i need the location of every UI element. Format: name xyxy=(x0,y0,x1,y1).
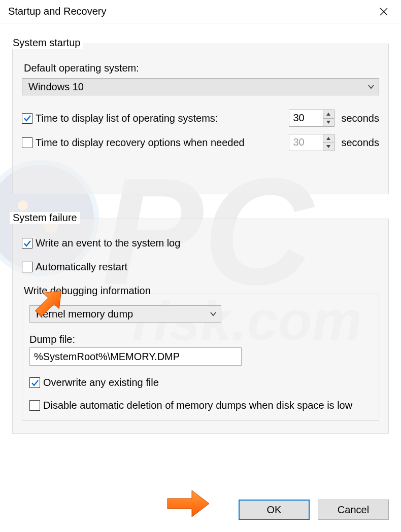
seconds-label: seconds xyxy=(342,113,380,124)
triangle-down-icon xyxy=(326,121,330,124)
overwrite-checkbox[interactable] xyxy=(29,377,40,388)
time-os-label: Time to display list of operating system… xyxy=(36,113,285,124)
overwrite-label: Overwrite any existing file xyxy=(43,377,159,388)
time-os-value[interactable]: 30 xyxy=(289,110,323,126)
system-startup-legend: System startup xyxy=(10,37,83,49)
dump-type-value: Kernel memory dump xyxy=(36,308,133,320)
seconds-label: seconds xyxy=(342,137,380,149)
auto-restart-label: Automatically restart xyxy=(36,261,127,273)
dump-file-input[interactable] xyxy=(29,347,242,366)
default-os-label: Default operating system: xyxy=(24,62,379,74)
check-icon xyxy=(23,239,31,247)
system-startup-group: System startup Default operating system:… xyxy=(12,44,389,194)
triangle-up-icon xyxy=(326,113,330,116)
chevron-down-icon xyxy=(210,308,217,320)
dump-type-select[interactable]: Kernel memory dump xyxy=(29,305,221,323)
svg-marker-10 xyxy=(326,121,330,124)
annotation-arrow-icon xyxy=(165,487,211,520)
write-event-checkbox[interactable] xyxy=(22,238,32,249)
default-os-value: Windows 10 xyxy=(28,81,84,93)
titlebar: Startup and Recovery xyxy=(0,0,401,23)
svg-marker-11 xyxy=(326,137,330,140)
spinner-up-button[interactable] xyxy=(323,110,334,119)
chevron-down-icon xyxy=(367,81,375,93)
triangle-up-icon xyxy=(326,137,330,140)
spinner-up-button[interactable] xyxy=(323,134,334,143)
dump-file-label: Dump file: xyxy=(29,334,372,345)
disable-auto-delete-label: Disable automatic deletion of memory dum… xyxy=(43,400,352,411)
close-icon xyxy=(380,8,388,16)
default-os-select[interactable]: Windows 10 xyxy=(22,78,379,95)
system-failure-group: System failure Write an event to the sys… xyxy=(12,219,389,434)
time-os-checkbox[interactable] xyxy=(22,113,32,124)
time-recovery-value[interactable]: 30 xyxy=(289,134,323,151)
system-failure-legend: System failure xyxy=(10,212,80,224)
ok-button[interactable]: OK xyxy=(239,500,310,520)
cancel-button[interactable]: Cancel xyxy=(318,500,389,520)
ok-label: OK xyxy=(267,504,282,516)
svg-marker-12 xyxy=(326,145,330,148)
cancel-label: Cancel xyxy=(338,504,369,516)
check-icon xyxy=(23,114,31,122)
time-recovery-spinner[interactable]: 30 xyxy=(289,134,335,151)
button-bar: OK Cancel xyxy=(239,500,389,520)
check-icon xyxy=(31,379,39,387)
spinner-down-button[interactable] xyxy=(323,119,334,127)
triangle-down-icon xyxy=(326,145,330,148)
window-title: Startup and Recovery xyxy=(8,6,106,17)
spinner-down-button[interactable] xyxy=(323,143,334,151)
disable-auto-delete-checkbox[interactable] xyxy=(29,400,40,411)
time-recovery-label: Time to display recovery options when ne… xyxy=(36,137,291,149)
time-recovery-checkbox[interactable] xyxy=(22,137,32,148)
auto-restart-checkbox[interactable] xyxy=(22,262,32,272)
close-button[interactable] xyxy=(375,3,393,21)
time-os-spinner[interactable]: 30 xyxy=(289,110,335,127)
svg-marker-9 xyxy=(326,113,330,116)
write-event-label: Write an event to the system log xyxy=(36,237,180,249)
